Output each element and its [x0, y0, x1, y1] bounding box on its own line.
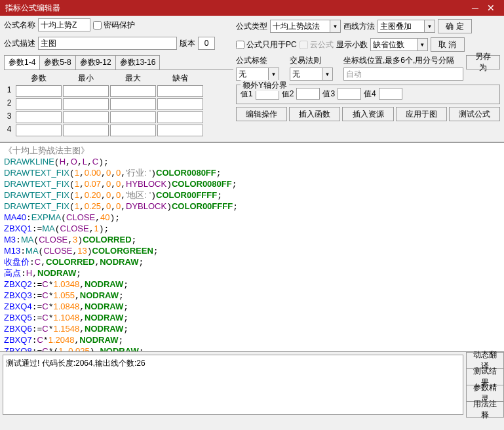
minimize-button[interactable]: ─ — [467, 3, 483, 13]
param-input[interactable] — [63, 125, 109, 136]
version-input[interactable] — [198, 37, 215, 50]
formula-tag-label: 公式标签 — [236, 55, 287, 66]
draw-method-select[interactable] — [378, 20, 425, 33]
param-input[interactable] — [110, 125, 156, 136]
pc-only-checkbox[interactable]: 公式只用于PC — [236, 39, 297, 50]
y-val4-input[interactable] — [379, 88, 402, 100]
y-val3-input[interactable] — [338, 88, 361, 100]
version-label: 版本 — [180, 38, 195, 49]
apply-button[interactable]: 应用于图 — [396, 107, 447, 121]
param-header: 参数 — [16, 73, 62, 84]
insert-res-button[interactable]: 插入资源 — [342, 107, 393, 121]
formula-name-input[interactable] — [38, 18, 90, 31]
cursor-pos-label: 坐标线位置,最多6个,用分号分隔 — [343, 55, 463, 66]
cancel-button[interactable]: 取 消 — [431, 37, 465, 52]
param-input[interactable] — [16, 85, 62, 97]
default-digits-select[interactable] — [370, 38, 417, 51]
param-header: 最小 — [63, 73, 109, 84]
status-text: 测试通过! 代码长度:2064,输出线个数:26 — [3, 355, 463, 415]
chevron-down-icon[interactable]: ▼ — [269, 68, 279, 81]
tab-params-1-4[interactable]: 参数1-4 — [4, 55, 40, 69]
y-val2-input[interactable] — [296, 88, 320, 100]
formula-type-label: 公式类型 — [236, 21, 267, 32]
param-input[interactable] — [63, 85, 109, 97]
param-input[interactable] — [63, 111, 109, 123]
formula-tag-select[interactable] — [236, 68, 269, 81]
saveas-button[interactable]: 另存为 — [466, 55, 500, 69]
tab-params-9-12[interactable]: 参数9-12 — [75, 55, 116, 69]
formula-type-select[interactable] — [270, 20, 330, 33]
code-editor[interactable]: 《十均上势战法主图》 DRAWKLINE(H,O,L,C); DRAWTEXT_… — [0, 142, 504, 352]
trade-rule-select[interactable] — [290, 68, 322, 81]
chevron-down-icon[interactable]: ▼ — [330, 20, 341, 33]
param-input[interactable] — [110, 111, 156, 123]
param-input[interactable] — [110, 85, 156, 97]
param-input[interactable] — [157, 98, 203, 110]
param-input[interactable] — [157, 111, 203, 123]
show-decimals-label: 显示小数 — [336, 39, 368, 50]
param-input[interactable] — [16, 125, 62, 136]
param-input[interactable] — [110, 98, 156, 110]
usage-notes-button[interactable]: 用法注释 — [466, 401, 504, 418]
param-input[interactable] — [157, 125, 203, 136]
tab-params-13-16[interactable]: 参数13-16 — [115, 55, 161, 69]
formula-desc-input[interactable] — [38, 37, 177, 50]
cursor-pos-input[interactable] — [343, 68, 463, 81]
param-input[interactable] — [16, 98, 62, 110]
param-input[interactable] — [16, 111, 62, 123]
draw-method-label: 画线方法 — [343, 21, 375, 32]
password-checkbox[interactable]: 密码保护 — [93, 20, 135, 31]
cloud-checkbox: 云公式 — [300, 39, 334, 50]
param-header: 最大 — [110, 73, 156, 84]
extra-y-label: 额外Y轴分界 — [241, 80, 289, 91]
formula-name-label: 公式名称 — [4, 20, 35, 31]
chevron-down-icon[interactable]: ▼ — [425, 20, 435, 33]
trade-rule-label: 交易法则 — [290, 55, 341, 66]
tab-params-5-8[interactable]: 参数5-8 — [39, 55, 75, 69]
test-button[interactable]: 测试公式 — [449, 107, 500, 121]
edit-op-button[interactable]: 编辑操作 — [236, 107, 287, 121]
formula-desc-label: 公式描述 — [4, 38, 35, 49]
param-header: 缺省 — [157, 73, 203, 84]
insert-func-button[interactable]: 插入函数 — [289, 107, 340, 121]
window-title: 指标公式编辑器 — [5, 3, 467, 14]
param-input[interactable] — [63, 98, 109, 110]
param-input[interactable] — [157, 85, 203, 97]
ok-button[interactable]: 确 定 — [438, 19, 472, 33]
chevron-down-icon[interactable]: ▼ — [417, 38, 428, 51]
close-button[interactable]: ✕ — [483, 3, 499, 13]
chevron-down-icon[interactable]: ▼ — [322, 68, 333, 81]
